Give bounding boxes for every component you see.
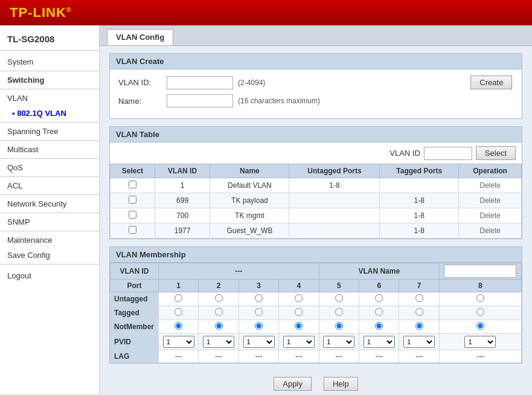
row-op[interactable]: Delete bbox=[459, 193, 522, 208]
untagged-radio-3[interactable] bbox=[239, 292, 278, 306]
untagged-radio-6[interactable] bbox=[359, 292, 399, 306]
row-op[interactable]: Delete bbox=[459, 208, 522, 223]
mem-col-name-input[interactable] bbox=[439, 263, 521, 280]
untagged-radio-1[interactable] bbox=[159, 292, 199, 306]
pvid-cell-7[interactable]: 1 2 bbox=[399, 334, 439, 350]
untagged-radio-input[interactable] bbox=[375, 294, 383, 302]
sidebar-item-acl[interactable]: ACL bbox=[0, 178, 99, 193]
sidebar-item-qos[interactable]: QoS bbox=[0, 160, 99, 175]
row-op[interactable]: Delete bbox=[459, 223, 522, 239]
pvid-select-6[interactable]: 1 2 bbox=[364, 336, 395, 348]
tagged-radio-3[interactable] bbox=[239, 306, 278, 320]
pvid-cell-4[interactable]: 1 2 bbox=[279, 334, 319, 350]
notmember-radio-7[interactable] bbox=[399, 320, 439, 334]
notmember-radio-8[interactable] bbox=[439, 320, 521, 334]
delete-link[interactable]: Delete bbox=[479, 211, 501, 220]
notmember-radio-input[interactable] bbox=[295, 322, 303, 330]
sidebar-item-network-security[interactable]: Network Security bbox=[0, 196, 99, 211]
notmember-radio-6[interactable] bbox=[359, 320, 399, 334]
pvid-select-2[interactable]: 1 2 bbox=[203, 336, 234, 348]
untagged-radio-5[interactable] bbox=[319, 292, 359, 306]
vlan-id-search-input[interactable] bbox=[424, 147, 472, 160]
pvid-select-1[interactable]: 1 2 bbox=[163, 336, 194, 348]
pvid-cell-6[interactable]: 1 2 bbox=[359, 334, 399, 350]
untagged-radio-input[interactable] bbox=[215, 294, 223, 302]
tagged-radio-input[interactable] bbox=[175, 308, 182, 316]
pvid-select-8[interactable]: 1 2 bbox=[464, 336, 496, 348]
row-op[interactable]: Delete bbox=[459, 178, 522, 193]
create-button[interactable]: Create bbox=[470, 75, 512, 89]
tagged-radio-input[interactable] bbox=[415, 308, 423, 316]
pvid-select-5[interactable]: 1 2 bbox=[323, 336, 354, 348]
vlan-id-input[interactable] bbox=[167, 76, 233, 89]
tagged-radio-8[interactable] bbox=[439, 306, 521, 320]
tagged-radio-input[interactable] bbox=[375, 308, 383, 316]
row-select[interactable] bbox=[111, 193, 155, 208]
untagged-radio-input[interactable] bbox=[476, 294, 484, 302]
row-select[interactable] bbox=[111, 178, 155, 193]
row-select[interactable] bbox=[111, 223, 155, 239]
row-checkbox[interactable] bbox=[129, 181, 136, 188]
sidebar-item-vlan[interactable]: VLAN bbox=[0, 91, 99, 106]
pvid-select-4[interactable]: 1 2 bbox=[283, 336, 315, 348]
notmember-radio-2[interactable] bbox=[199, 320, 239, 334]
tagged-radio-6[interactable] bbox=[359, 306, 399, 320]
sidebar-item-snmp[interactable]: SNMP bbox=[0, 214, 99, 230]
untagged-radio-input[interactable] bbox=[415, 294, 423, 302]
notmember-radio-input[interactable] bbox=[215, 322, 223, 330]
untagged-radio-7[interactable] bbox=[399, 292, 439, 306]
tagged-radio-1[interactable] bbox=[159, 306, 199, 320]
notmember-radio-4[interactable] bbox=[279, 320, 319, 334]
tagged-radio-input[interactable] bbox=[295, 308, 303, 316]
sidebar-item-save-config[interactable]: Save Config bbox=[0, 248, 99, 263]
sidebar-item-8021q-vlan[interactable]: • 802.1Q VLAN bbox=[0, 106, 99, 121]
notmember-radio-input[interactable] bbox=[335, 322, 343, 330]
tagged-radio-5[interactable] bbox=[319, 306, 359, 320]
membership-name-input[interactable] bbox=[444, 265, 516, 278]
notmember-radio-1[interactable] bbox=[159, 320, 199, 334]
untagged-radio-input[interactable] bbox=[175, 294, 182, 302]
notmember-radio-input[interactable] bbox=[175, 322, 182, 330]
pvid-cell-8[interactable]: 1 2 bbox=[439, 334, 521, 350]
untagged-radio-8[interactable] bbox=[439, 292, 521, 306]
tagged-radio-input[interactable] bbox=[335, 308, 343, 316]
sidebar-item-multicast[interactable]: Multicast bbox=[0, 142, 99, 157]
tagged-radio-2[interactable] bbox=[199, 306, 239, 320]
sidebar-item-system[interactable]: System bbox=[0, 54, 99, 69]
row-checkbox[interactable] bbox=[129, 196, 136, 204]
pvid-cell-5[interactable]: 1 2 bbox=[319, 334, 359, 350]
sidebar-item-maintenance[interactable]: Maintenance bbox=[0, 233, 99, 248]
untagged-radio-input[interactable] bbox=[255, 294, 263, 302]
select-button[interactable]: Select bbox=[476, 146, 516, 160]
notmember-radio-input[interactable] bbox=[476, 322, 484, 330]
untagged-radio-2[interactable] bbox=[199, 292, 239, 306]
pvid-select-3[interactable]: 1 2 bbox=[243, 336, 275, 348]
pvid-cell-3[interactable]: 1 2 bbox=[239, 334, 278, 350]
tagged-radio-input[interactable] bbox=[215, 308, 223, 316]
tagged-radio-input[interactable] bbox=[476, 308, 484, 316]
row-select[interactable] bbox=[111, 208, 155, 223]
sidebar-item-logout[interactable]: Logout bbox=[0, 268, 99, 283]
pvid-cell-1[interactable]: 1 2 bbox=[159, 334, 199, 350]
tab-vlan-config[interactable]: VLAN Config bbox=[107, 29, 173, 45]
name-input[interactable] bbox=[167, 94, 233, 108]
notmember-radio-5[interactable] bbox=[319, 320, 359, 334]
delete-link[interactable]: Delete bbox=[479, 226, 501, 235]
notmember-radio-input[interactable] bbox=[255, 322, 263, 330]
tagged-radio-input[interactable] bbox=[255, 308, 263, 316]
row-checkbox[interactable] bbox=[129, 211, 136, 219]
help-button[interactable]: Help bbox=[324, 377, 358, 391]
untagged-radio-input[interactable] bbox=[295, 294, 303, 302]
pvid-select-7[interactable]: 1 2 bbox=[403, 336, 435, 348]
tagged-radio-7[interactable] bbox=[399, 306, 439, 320]
pvid-cell-2[interactable]: 1 2 bbox=[199, 334, 239, 350]
row-checkbox[interactable] bbox=[129, 226, 136, 234]
sidebar-item-switching[interactable]: Switching bbox=[0, 72, 99, 88]
untagged-radio-4[interactable] bbox=[279, 292, 319, 306]
delete-link[interactable]: Delete bbox=[479, 181, 501, 190]
notmember-radio-3[interactable] bbox=[239, 320, 278, 334]
delete-link[interactable]: Delete bbox=[479, 196, 501, 205]
tagged-radio-4[interactable] bbox=[279, 306, 319, 320]
notmember-radio-input[interactable] bbox=[415, 322, 423, 330]
notmember-radio-input[interactable] bbox=[375, 322, 383, 330]
